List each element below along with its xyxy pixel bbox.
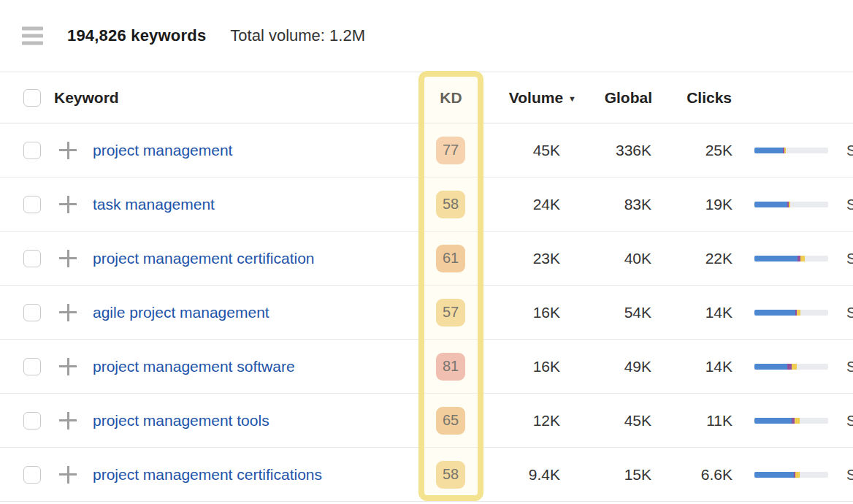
global-value: 45K [624, 412, 651, 429]
global-value: 49K [624, 358, 651, 375]
clicks-distribution-bar [754, 472, 828, 478]
keywords-table-page: 194,826 keywords Total volume: 1.2M Keyw… [0, 0, 853, 504]
serp-link[interactable]: SERP [846, 466, 853, 483]
kd-badge: 65 [436, 407, 465, 435]
volume-value: 45K [533, 142, 560, 159]
kd-badge: 58 [436, 191, 465, 218]
clicks-value: 22K [705, 250, 732, 267]
clicks-value: 19K [705, 196, 732, 213]
row-checkbox[interactable] [23, 250, 41, 267]
add-to-list-icon[interactable] [59, 358, 77, 375]
clicks-value: 14K [705, 304, 732, 321]
bar-segment-blue [754, 310, 795, 316]
toolbar: 194,826 keywords Total volume: 1.2M [0, 0, 853, 72]
table-header: Keyword KD Volume ▼ Global Clicks [0, 72, 853, 123]
volume-header-label: Volume [509, 89, 563, 107]
bar-segment-blue [754, 202, 787, 207]
serp-link[interactable]: SERP [846, 304, 853, 321]
bar-segment-yellow [795, 418, 800, 424]
row-checkbox[interactable] [23, 142, 41, 159]
volume-value: 16K [533, 358, 560, 375]
column-header-keyword: Keyword [54, 89, 119, 107]
clicks-distribution-bar [754, 310, 828, 316]
table-row: task management 58 24K 83K 19K SERP [0, 177, 853, 232]
keywords-count: 194,826 keywords [67, 26, 206, 45]
bar-segment-blue [754, 148, 783, 153]
table-row: agile project management 57 16K 54K 14K … [0, 286, 853, 340]
table-body: project management 77 45K 336K 25K SERP … [0, 123, 853, 502]
volume-value: 23K [533, 250, 560, 267]
clicks-distribution-bar [754, 148, 828, 153]
global-value: 40K [624, 250, 651, 267]
volume-value: 9.4K [529, 466, 560, 484]
volume-value: 24K [533, 196, 560, 213]
table-row: project management 77 45K 336K 25K SERP [0, 123, 853, 177]
serp-link[interactable]: SERP [846, 142, 853, 159]
select-all-checkbox[interactable] [23, 89, 41, 107]
clicks-value: 25K [705, 142, 732, 159]
add-to-list-icon[interactable] [59, 466, 77, 484]
keyword-link[interactable]: project management certifications [93, 466, 322, 484]
table-row: project management certifications 58 9.4… [0, 448, 853, 502]
add-to-list-icon[interactable] [59, 142, 77, 159]
menu-bar [22, 34, 43, 38]
keyword-link[interactable]: agile project management [93, 304, 269, 321]
row-checkbox[interactable] [23, 358, 41, 375]
kd-badge: 57 [436, 299, 465, 327]
row-checkbox[interactable] [23, 466, 41, 484]
kd-badge: 61 [436, 245, 465, 272]
sort-desc-icon: ▼ [568, 92, 576, 103]
add-to-list-icon[interactable] [59, 304, 77, 321]
global-value: 54K [624, 304, 651, 321]
bar-segment-yellow [795, 472, 800, 478]
serp-link[interactable]: SERP [846, 412, 853, 429]
table-row: project management tools 65 12K 45K 11K … [0, 394, 853, 448]
add-to-list-icon[interactable] [59, 250, 77, 267]
row-checkbox[interactable] [23, 412, 41, 429]
column-header-volume[interactable]: Volume ▼ [509, 89, 576, 107]
keyword-link[interactable]: task management [93, 196, 215, 213]
clicks-value: 14K [705, 358, 732, 375]
serp-link[interactable]: SERP [846, 196, 853, 213]
table-row: project management software 81 16K 49K 1… [0, 340, 853, 394]
clicks-distribution-bar [754, 202, 828, 207]
kd-badge: 77 [436, 137, 465, 164]
add-to-list-icon[interactable] [59, 412, 77, 429]
column-header-kd[interactable]: KD [420, 89, 482, 107]
bar-segment-yellow [789, 202, 790, 207]
keyword-link[interactable]: project management [93, 142, 232, 159]
clicks-distribution-bar [754, 256, 828, 261]
bar-segment-yellow [800, 256, 805, 261]
global-value: 83K [624, 196, 651, 213]
keyword-link[interactable]: project management certification [93, 250, 315, 267]
clicks-distribution-bar [754, 418, 828, 424]
kd-badge: 81 [436, 353, 465, 381]
column-header-global[interactable]: Global [605, 89, 652, 107]
global-value: 336K [616, 142, 651, 159]
volume-value: 16K [533, 304, 560, 321]
bar-segment-yellow [784, 148, 786, 153]
bar-segment-blue [754, 418, 792, 424]
keyword-link[interactable]: project management tools [93, 412, 269, 429]
serp-link[interactable]: SERP [846, 358, 853, 375]
add-to-list-icon[interactable] [59, 196, 77, 213]
row-checkbox[interactable] [23, 304, 41, 321]
clicks-value: 6.6K [701, 466, 732, 484]
menu-icon[interactable] [22, 27, 43, 45]
column-header-clicks[interactable]: Clicks [686, 89, 732, 107]
bar-segment-blue [754, 472, 794, 478]
global-value: 15K [624, 466, 651, 484]
total-volume: Total volume: 1.2M [230, 26, 365, 45]
clicks-value: 11K [706, 412, 732, 429]
menu-bar [22, 42, 43, 45]
bar-segment-blue [754, 256, 797, 261]
bar-segment-yellow [792, 364, 797, 370]
row-checkbox[interactable] [23, 196, 41, 213]
clicks-distribution-bar [754, 364, 828, 370]
keyword-link[interactable]: project management software [93, 358, 295, 375]
bar-segment-blue [754, 364, 787, 370]
volume-value: 12K [533, 412, 560, 429]
table-row: project management certification 61 23K … [0, 232, 853, 286]
serp-link[interactable]: SERP [846, 250, 853, 267]
kd-badge: 58 [436, 461, 465, 489]
